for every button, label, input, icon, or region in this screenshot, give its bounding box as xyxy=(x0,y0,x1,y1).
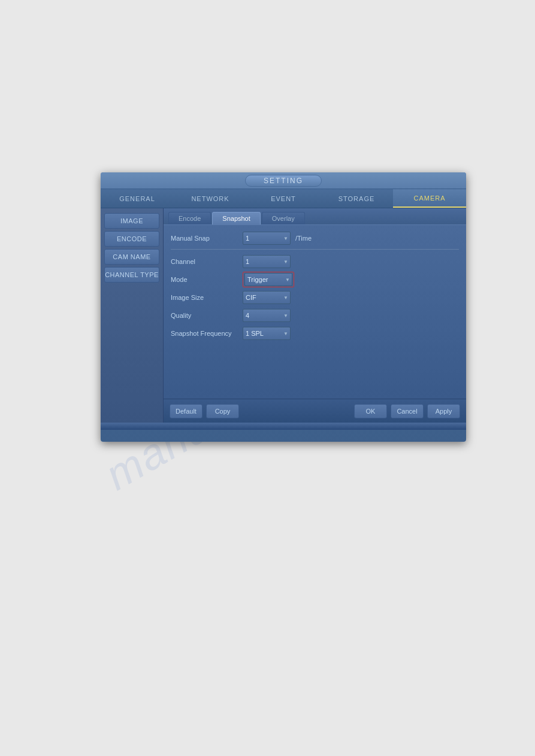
image-size-row: Image Size CIF D1 HD1 xyxy=(171,290,459,305)
mode-select[interactable]: Trigger Timing xyxy=(244,273,292,286)
quality-row: Quality 1 2 3 4 5 6 xyxy=(171,308,459,323)
channel-select-wrapper: 1 2 3 4 xyxy=(243,255,291,268)
tab-overlay[interactable]: Overlay xyxy=(262,212,305,224)
mode-control: Trigger Timing xyxy=(243,272,294,287)
bottom-bar: Default Copy OK Cancel Apply xyxy=(164,399,466,423)
quality-select[interactable]: 1 2 3 4 5 6 xyxy=(243,309,291,322)
nav-item-storage[interactable]: STORAGE xyxy=(320,189,393,208)
title-bar: SETTING xyxy=(101,172,466,189)
settings-dialog: SETTING GENERAL NETWORK EVENT STORAGE CA… xyxy=(101,172,466,442)
form-divider-1 xyxy=(171,249,459,250)
sidebar-btn-image[interactable]: IMAGE xyxy=(104,213,159,229)
top-nav: GENERAL NETWORK EVENT STORAGE CAMERA xyxy=(101,189,466,208)
nav-item-camera[interactable]: CAMERA xyxy=(393,189,466,208)
image-size-select[interactable]: CIF D1 HD1 xyxy=(243,291,291,304)
dialog-footer xyxy=(101,423,466,430)
quality-select-wrapper: 1 2 3 4 5 6 xyxy=(243,309,291,322)
tab-encode[interactable]: Encode xyxy=(168,212,211,224)
form-area: Manual Snap 1 2 3 /Time xyxy=(164,224,466,399)
cancel-button[interactable]: Cancel xyxy=(391,404,424,418)
sidebar: IMAGE ENCODE CAM NAME CHANNEL TYPE xyxy=(101,208,164,423)
sidebar-btn-channel-type[interactable]: CHANNEL TYPE xyxy=(104,267,159,283)
manual-snap-select-wrapper: 1 2 3 xyxy=(243,232,291,245)
channel-label: Channel xyxy=(171,258,243,265)
snapshot-freq-control: 1 SPL 2 SPL 4 SPL xyxy=(243,327,291,340)
manual-snap-unit: /Time xyxy=(295,235,312,242)
quality-control: 1 2 3 4 5 6 xyxy=(243,309,291,322)
snapshot-freq-row: Snapshot Frequency 1 SPL 2 SPL 4 SPL xyxy=(171,326,459,341)
mode-row: Mode Trigger Timing xyxy=(171,272,459,287)
nav-item-event[interactable]: EVENT xyxy=(247,189,320,208)
snapshot-freq-select-wrapper: 1 SPL 2 SPL 4 SPL xyxy=(243,327,291,340)
channel-select[interactable]: 1 2 3 4 xyxy=(243,255,291,268)
sub-tabs: Encode Snapshot Overlay xyxy=(164,208,466,224)
image-size-label: Image Size xyxy=(171,294,243,301)
dialog-title: SETTING xyxy=(245,175,322,187)
manual-snap-row: Manual Snap 1 2 3 /Time xyxy=(171,231,459,245)
right-panel: Encode Snapshot Overlay Manual Snap 1 2 … xyxy=(164,208,466,423)
content-area: IMAGE ENCODE CAM NAME CHANNEL TYPE Encod… xyxy=(101,208,466,423)
sidebar-btn-encode[interactable]: ENCODE xyxy=(104,231,159,247)
image-size-control: CIF D1 HD1 xyxy=(243,291,291,304)
nav-item-network[interactable]: NETWORK xyxy=(174,189,247,208)
tab-snapshot[interactable]: Snapshot xyxy=(212,212,260,224)
snapshot-freq-label: Snapshot Frequency xyxy=(171,330,243,337)
manual-snap-control: 1 2 3 /Time xyxy=(243,232,312,245)
channel-row: Channel 1 2 3 4 xyxy=(171,254,459,269)
quality-label: Quality xyxy=(171,312,243,319)
nav-item-general[interactable]: GENERAL xyxy=(101,189,174,208)
manual-snap-label: Manual Snap xyxy=(171,235,243,242)
sidebar-btn-cam-name[interactable]: CAM NAME xyxy=(104,249,159,265)
snapshot-freq-select[interactable]: 1 SPL 2 SPL 4 SPL xyxy=(243,327,291,340)
manual-snap-select[interactable]: 1 2 3 xyxy=(243,232,291,245)
default-button[interactable]: Default xyxy=(170,404,202,418)
copy-button[interactable]: Copy xyxy=(206,404,239,418)
image-size-select-wrapper: CIF D1 HD1 xyxy=(243,291,291,304)
mode-label: Mode xyxy=(171,276,243,283)
ok-button[interactable]: OK xyxy=(354,404,387,418)
channel-control: 1 2 3 4 xyxy=(243,255,291,268)
apply-button[interactable]: Apply xyxy=(427,404,460,418)
mode-select-wrapper: Trigger Timing xyxy=(244,273,292,286)
